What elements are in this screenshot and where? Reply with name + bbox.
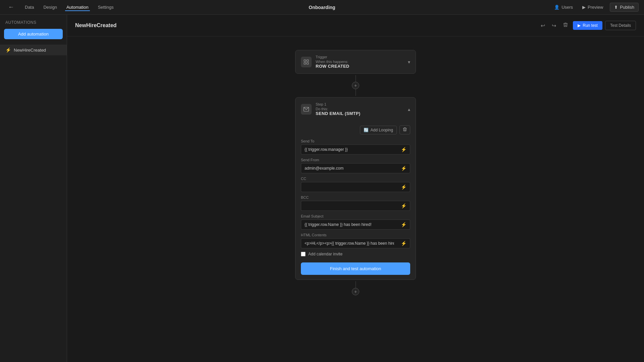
connector-line-bottom [356,89,356,96]
email-subject-bolt-button[interactable]: ⚡ [397,220,410,230]
svg-rect-2 [304,62,306,64]
svg-rect-0 [304,60,306,61]
redo-button[interactable]: ↪ [550,20,558,31]
email-subject-input[interactable] [301,220,397,230]
send-to-input[interactable] [301,144,397,155]
top-navigation: ← Data Design Automation Settings Onboar… [0,0,644,15]
calendar-invite-row: Add calendar invite [301,252,410,256]
bcc-label: BCC [301,195,410,199]
users-icon: 👤 [554,5,559,10]
email-subject-label: Email Subject [301,214,410,218]
sidebar-item-newhirecreated[interactable]: ⚡ NewHireCreated [0,45,67,55]
svg-rect-1 [307,60,309,61]
step-1-label: Step 1 [316,102,360,106]
add-step-button-2[interactable]: + [352,288,359,295]
add-looping-button[interactable]: 🔄 Add Looping [360,126,397,134]
step-1-value: SEND EMAIL (SMTP) [316,111,360,116]
bcc-field-group: BCC ⚡ [301,195,410,211]
page-title: NewHireCreated [75,22,117,28]
app-name: Onboarding [309,5,335,10]
trigger-sublabel: When this happens: [316,60,350,64]
add-step-button-1[interactable]: + [352,82,359,89]
delete-step-button[interactable] [399,125,410,134]
sidebar-section-title: Automations [0,20,67,29]
header-actions: ↩ ↪ ▶ Run test Test Details [539,20,636,31]
send-from-field-group: Send From ⚡ [301,158,410,173]
email-icon [301,104,312,115]
undo-button[interactable]: ↩ [539,20,547,31]
cc-row: ⚡ [301,182,410,192]
email-subject-field-group: Email Subject ⚡ [301,214,410,230]
calendar-invite-label: Add calendar invite [308,252,342,256]
send-to-label: Send To [301,139,410,143]
connector-1: + [352,75,359,96]
bcc-row: ⚡ [301,201,410,211]
email-subject-row: ⚡ [301,220,410,230]
step-1-info: Step 1 Do this: SEND EMAIL (SMTP) [316,102,360,116]
step-1-card: Step 1 Do this: SEND EMAIL (SMTP) ▴ 🔄 Ad… [295,97,416,280]
cc-label: CC [301,177,410,181]
content-header: NewHireCreated ↩ ↪ ▶ Run test Test Deta [67,15,644,37]
nav-design[interactable]: Design [42,3,58,11]
step-1-header-left: Step 1 Do this: SEND EMAIL (SMTP) [301,102,360,116]
run-test-button[interactable]: ▶ Run test [573,21,602,30]
nav-settings[interactable]: Settings [97,3,115,11]
nav-data[interactable]: Data [23,3,35,11]
step-1-sublabel: Do this: [316,107,360,111]
back-button[interactable]: ← [5,2,17,12]
main-layout: Automations Add automation ⚡ NewHireCrea… [0,15,644,362]
trigger-info: Trigger When this happens: ROW CREATED [316,55,350,69]
test-details-button[interactable]: Test Details [605,21,636,30]
html-contents-field-group: HTML Contents ⚡ [301,233,410,248]
html-contents-input[interactable] [301,238,397,248]
add-automation-button[interactable]: Add automation [4,29,63,39]
step-1-body: 🔄 Add Looping [296,121,416,280]
bcc-bolt-button[interactable]: ⚡ [397,201,410,211]
step-1-chevron-icon: ▴ [408,107,410,112]
nav-automation[interactable]: Automation [65,3,90,11]
trigger-value: ROW CREATED [316,64,350,69]
trigger-card-header[interactable]: Trigger When this happens: ROW CREATED ▾ [296,50,416,73]
trigger-chevron-icon: ▾ [408,59,410,65]
send-to-field-group: Send To ⚡ [301,139,410,155]
trigger-icon [301,57,312,67]
looping-icon: 🔄 [364,128,369,132]
html-contents-bolt-button[interactable]: ⚡ [397,238,410,248]
svg-rect-3 [307,62,309,64]
send-from-row: ⚡ [301,163,410,173]
connector-line-top [356,75,356,82]
canvas-area: Trigger When this happens: ROW CREATED ▾… [67,37,644,310]
trigger-label: Trigger [316,55,350,59]
send-to-row: ⚡ [301,144,410,155]
trigger-header-left: Trigger When this happens: ROW CREATED [301,55,350,69]
connector-line-bottom-2 [356,281,356,288]
users-button[interactable]: 👤 Users [551,3,576,11]
step-1-header[interactable]: Step 1 Do this: SEND EMAIL (SMTP) ▴ [296,98,416,121]
trigger-card: Trigger When this happens: ROW CREATED ▾ [295,50,416,74]
html-contents-label: HTML Contents [301,233,410,237]
finish-and-test-button[interactable]: Finish and test automation [301,262,410,275]
calendar-invite-checkbox[interactable] [301,252,306,256]
cc-field-group: CC ⚡ [301,177,410,192]
send-from-input[interactable] [301,163,397,173]
delete-button[interactable] [561,20,570,31]
automation-icon: ⚡ [5,47,11,53]
send-from-label: Send From [301,158,410,162]
send-to-bolt-button[interactable]: ⚡ [397,144,410,155]
main-content: NewHireCreated ↩ ↪ ▶ Run test Test Deta [67,15,644,362]
step-actions-row: 🔄 Add Looping [301,125,410,134]
bcc-input[interactable] [301,201,397,211]
preview-icon: ▶ [582,5,586,10]
connector-2: + [352,281,359,295]
cc-bolt-button[interactable]: ⚡ [397,182,410,192]
publish-button[interactable]: ⬆ Publish [610,3,639,12]
preview-button[interactable]: ▶ Preview [580,3,606,11]
send-from-bolt-button[interactable]: ⚡ [397,163,410,173]
cc-input[interactable] [301,182,397,192]
run-icon: ▶ [578,23,581,28]
publish-icon: ⬆ [614,5,618,10]
html-contents-row: ⚡ [301,238,410,248]
sidebar-item-label: NewHireCreated [14,48,46,53]
sidebar: Automations Add automation ⚡ NewHireCrea… [0,15,67,362]
